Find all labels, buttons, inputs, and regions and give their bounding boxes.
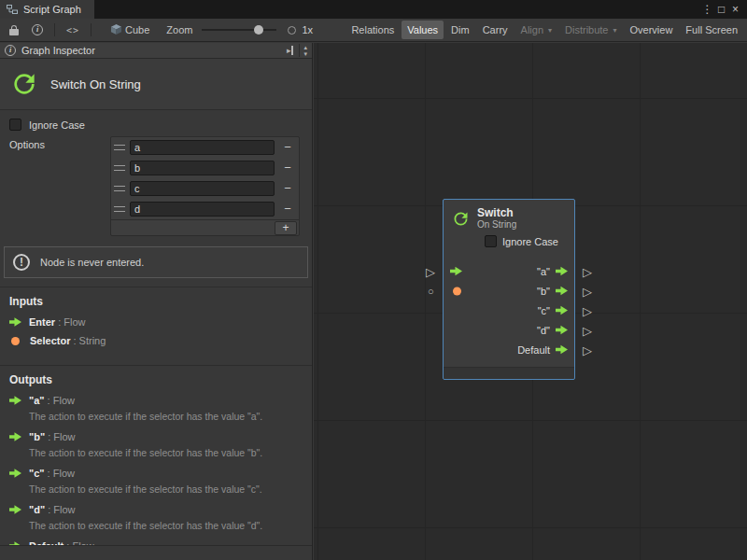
port-label: "d": [537, 325, 550, 336]
flow-output-icon[interactable]: [556, 325, 568, 335]
toolbar-button-align[interactable]: Align ▾: [515, 21, 557, 39]
toolbar-button-carry[interactable]: Carry: [477, 21, 514, 39]
zoom-slider-knob[interactable]: [254, 25, 263, 35]
ignore-case-checkbox[interactable]: [485, 235, 497, 247]
flow-output-icon[interactable]: [556, 286, 568, 296]
drag-handle-icon[interactable]: [114, 165, 125, 171]
warning-text: Node is never entered.: [40, 257, 144, 268]
selector-input-icon[interactable]: [453, 287, 461, 295]
dropdown-arrow-icon: ▾: [548, 26, 552, 35]
flow-output-connector[interactable]: ▷: [583, 343, 592, 356]
port-type: Flow: [53, 468, 75, 479]
ignore-case-row: Ignore Case: [9, 119, 312, 131]
remove-option-button[interactable]: −: [279, 202, 296, 217]
flow-output-connector[interactable]: ▷: [583, 265, 592, 277]
option-input[interactable]: [130, 181, 275, 196]
input-item: Selector : String: [9, 335, 303, 346]
inspector-footer: [0, 545, 312, 560]
flow-input-icon[interactable]: [450, 266, 462, 276]
option-input[interactable]: [130, 202, 275, 217]
edit-script-button[interactable]: <>: [61, 21, 85, 39]
toolbar-button-relations[interactable]: Relations: [345, 21, 400, 39]
zoom-slider[interactable]: [202, 29, 276, 31]
flow-arrow-icon: [9, 432, 21, 442]
flow-output-connector[interactable]: ▷: [583, 285, 592, 297]
port-name: "b": [29, 431, 45, 442]
toolbar-button-overview[interactable]: Overview: [625, 21, 679, 39]
options-field: Options − − −: [0, 136, 312, 236]
script-graph-window: Script Graph ⋮ □ × i <> Cube Zoom 1x Rel…: [0, 0, 747, 560]
port-description: The action to execute if the selector ha…: [29, 411, 303, 422]
flow-output-connector[interactable]: ▷: [583, 324, 592, 336]
lock-icon: [9, 29, 19, 35]
type-separator: :: [45, 395, 53, 406]
warning-icon: !: [13, 254, 30, 271]
inspect-button[interactable]: i: [26, 21, 49, 39]
type-separator: :: [70, 335, 78, 346]
zoom-reset-button[interactable]: [288, 26, 296, 35]
toolbar-button-distribute[interactable]: Distribute ▾: [559, 21, 622, 39]
ignore-case-checkbox[interactable]: [9, 119, 21, 131]
value-input-connector[interactable]: ○: [428, 285, 434, 297]
node-port-row: Default ▷: [444, 340, 574, 359]
flow-output-icon[interactable]: [556, 344, 568, 355]
drag-handle-icon[interactable]: [114, 145, 125, 150]
toolbar-button-label: Distribute: [565, 24, 608, 35]
lock-button[interactable]: [4, 21, 24, 39]
node-title: Switch On String: [50, 77, 141, 91]
tab-script-graph[interactable]: Script Graph: [0, 0, 94, 19]
outputs-section: Outputs "a" : Flow The action to execute…: [0, 365, 312, 560]
close-icon[interactable]: ×: [728, 0, 742, 19]
maximize-icon[interactable]: □: [714, 0, 728, 19]
kebab-menu-icon[interactable]: ⋮: [700, 0, 714, 19]
window-controls: ⋮ □ ×: [700, 0, 747, 19]
port-type: String: [79, 335, 106, 346]
add-option-button[interactable]: +: [275, 221, 297, 235]
port-label: Default: [517, 344, 550, 356]
scroll-down-icon[interactable]: ▾: [303, 50, 307, 57]
scroll-up-icon[interactable]: ▴: [303, 44, 307, 50]
flow-output-icon[interactable]: [556, 305, 568, 315]
toolbar-button-fullscreen[interactable]: Full Screen: [680, 21, 743, 39]
dock-arrow-icon[interactable]: ▸: [287, 46, 294, 55]
flow-output-icon[interactable]: [556, 266, 568, 276]
node-port-row: ○ "b" ▷: [444, 281, 574, 301]
type-separator: :: [55, 316, 63, 328]
remove-option-button[interactable]: −: [279, 181, 296, 196]
options-label: Options: [0, 136, 110, 236]
inputs-section: Inputs Enter : Flow Selector : String: [0, 287, 312, 357]
toolbar-button-label: Align: [521, 24, 543, 35]
option-input[interactable]: [130, 161, 275, 175]
toolbar-button-values[interactable]: Values: [402, 21, 444, 39]
toolbar-button-dim[interactable]: Dim: [445, 21, 475, 39]
flow-output-connector[interactable]: ▷: [583, 304, 592, 316]
options-list: − − − − +: [110, 136, 300, 236]
port-name: "c": [29, 468, 45, 479]
remove-option-button[interactable]: −: [279, 161, 296, 175]
port-label: "c": [538, 305, 550, 316]
drag-handle-icon[interactable]: [114, 186, 125, 191]
switch-on-string-node[interactable]: Switch On String Ignore Case ▷ "a" ▷ ○: [443, 199, 575, 380]
port-type: Flow: [53, 395, 75, 406]
zoom-value: 1x: [302, 24, 313, 35]
cube-icon: [110, 23, 122, 37]
graph-canvas[interactable]: Switch On String Ignore Case ▷ "a" ▷ ○: [314, 43, 747, 560]
remove-option-button[interactable]: −: [279, 140, 296, 155]
option-input[interactable]: [130, 140, 275, 155]
tab-label: Script Graph: [23, 4, 81, 15]
port-type: Flow: [53, 504, 75, 515]
drag-handle-icon[interactable]: [114, 206, 125, 212]
warning-box: ! Node is never entered.: [4, 246, 308, 278]
graph-owner-button[interactable]: Cube: [105, 21, 155, 39]
info-icon: i: [32, 24, 43, 35]
value-port-icon: [11, 337, 20, 345]
option-row: −: [111, 178, 299, 199]
port-type: Flow: [63, 316, 85, 328]
graph-owner-label: Cube: [125, 24, 149, 35]
option-row: −: [111, 158, 299, 178]
switch-on-string-icon: [451, 209, 471, 229]
output-item: "b" : Flow: [9, 431, 303, 442]
flow-input-connector[interactable]: ▷: [426, 265, 435, 277]
script-graph-icon: [7, 4, 18, 15]
node-header: Switch On String: [444, 200, 574, 231]
